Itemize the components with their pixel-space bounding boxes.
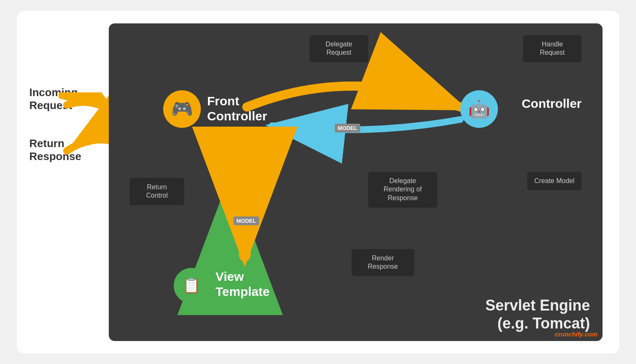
dark-box: Delegate Request Handle Request 🎮 Front … xyxy=(109,23,603,341)
incoming-request-label: Incoming Request xyxy=(29,86,96,112)
robot-icon: 🤖 xyxy=(468,99,490,119)
handle-request-label: Handle Request xyxy=(523,35,582,63)
document-icon: 📋 xyxy=(182,277,201,294)
delegate-request-label: Delegate Request xyxy=(310,35,368,63)
return-control-label: Return Control xyxy=(130,178,184,206)
return-response-label: Return Response xyxy=(29,137,96,163)
delegate-rendering-label: Delegate Rendering of Response xyxy=(368,172,437,208)
front-controller-icon: 🎮 xyxy=(163,90,201,128)
front-controller-title: Front Controller xyxy=(207,94,267,124)
render-response-label: Render Response xyxy=(351,249,414,277)
create-model-label: Create Model xyxy=(527,172,582,191)
crunchify-label: crunchify.com xyxy=(555,331,598,338)
outer-container: Incoming Request Return Response xyxy=(17,11,619,354)
left-labels: Incoming Request Return Response xyxy=(17,86,113,163)
view-template-title: View Template xyxy=(215,269,269,299)
model-badge-1: MODEL xyxy=(335,124,360,132)
controller-title: Controller xyxy=(522,97,582,111)
servlet-engine-label: Servlet Engine (e.g. Tomcat) xyxy=(485,296,590,332)
view-template-icon: 📋 xyxy=(174,268,209,303)
model-badge-2: MODEL xyxy=(233,216,259,225)
controller-icon: 🤖 xyxy=(460,90,498,128)
gamepad-icon: 🎮 xyxy=(171,99,193,119)
